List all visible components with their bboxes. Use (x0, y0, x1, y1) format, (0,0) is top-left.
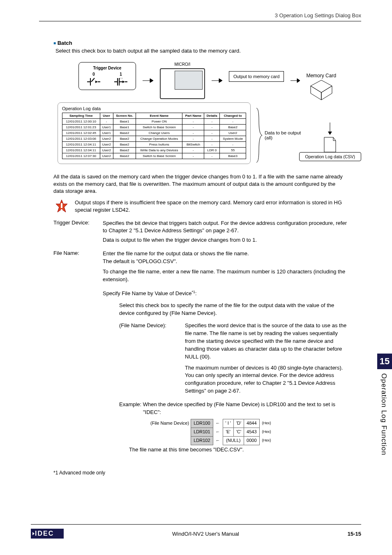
trigger-device-title: Trigger Device (86, 66, 128, 70)
table-header: Sampling Time (62, 113, 100, 119)
data-output-label: Data to be output (all) (265, 130, 302, 140)
trigger-device-box: Trigger Device 0 1 ↓↓↓ (78, 62, 136, 90)
example-heading: Example: When the device specified by (F… (127, 401, 347, 416)
svg-marker-3 (95, 81, 98, 83)
output-to-card-box: Output to memory card (229, 71, 284, 82)
svg-rect-19 (61, 209, 62, 211)
file-name-desc2: The default is "OPLOGO.CSV". (103, 258, 347, 266)
table-row: 12/01/2011 12:01:23User1Base1Switch to B… (62, 125, 246, 130)
table-header: Part Name (182, 113, 204, 119)
footer-title: WindO/I-NV2 User's Manual (172, 531, 239, 537)
trigger-device-desc1: Specifies the bit device that triggers b… (103, 220, 347, 235)
batch-intro: Select this check box to batch output al… (55, 48, 361, 54)
trigger-one: 1 (113, 72, 128, 76)
arrow-down-icon (327, 122, 333, 136)
specify-by-device-head: Specify File Name by Value of Device (103, 290, 192, 296)
svg-rect-18 (61, 203, 62, 208)
csv-box: Operation Log data (CSV) (299, 152, 361, 161)
batch-heading-text: Batch (58, 40, 72, 46)
side-tab: 15 Operation Log Function (377, 354, 392, 460)
microi-label: MICRO/I (160, 62, 205, 67)
svg-text:↓↓↓: ↓↓↓ (119, 77, 123, 79)
table-header: Changed to (220, 113, 246, 119)
table-row: 12/01/2011 12:03:06User2Base2Change Oper… (62, 136, 246, 142)
microi-device-icon (160, 68, 205, 99)
table-header: User (100, 113, 113, 119)
table-row: 12/01/2011 12:00:10-Base1Power ON--- (62, 119, 246, 125)
file-name-desc1: Enter the file name for the output data … (103, 250, 347, 258)
table-row: 12/01/2011 12:07:30User2Base2Switch to B… (62, 153, 246, 159)
page-number: 15-15 (348, 531, 361, 537)
file-name-device-body2: The maximum number of devices is 40 (80 … (185, 364, 347, 395)
table-row: 12/01/2011 12:04:11User2Base2Write Data … (62, 148, 246, 153)
brace-icon (255, 106, 263, 164)
table-header: Screen No. (113, 113, 136, 119)
side-chapter-text: Operation Log Function (377, 369, 390, 460)
arrow-icon (142, 62, 154, 99)
page-header: 3 Operation Log Settings Dialog Box (39, 12, 361, 21)
memory-card-label: Memory Card (306, 73, 336, 79)
note-text: Output stops if there is insufficient fr… (75, 199, 347, 214)
diagram: Trigger Device 0 1 ↓↓↓ MICRO/I (39, 62, 361, 164)
trigger-device-desc2: Data is output to file when the trigger … (103, 236, 347, 244)
svg-marker-16 (328, 132, 332, 135)
svg-marker-12 (311, 80, 332, 92)
specify-by-device-body: Select this check box to specify the nam… (119, 302, 347, 317)
trigger-device-label: Trigger Device: (53, 220, 103, 245)
table-row: (File Name Device)LDR100←' I ''D'4844(He… (148, 419, 274, 428)
table-header: Event Name (136, 113, 182, 119)
warning-icon (53, 199, 70, 215)
document-icon (322, 136, 338, 154)
log-title: Operation Log data (62, 106, 246, 111)
log-table: Sampling TimeUserScreen No.Event NamePar… (62, 113, 246, 159)
hex-table: (File Name Device)LDR100←' I ''D'4844(He… (148, 419, 274, 445)
paragraph: All the data is saved on the memory card… (53, 173, 347, 195)
svg-marker-9 (122, 81, 125, 83)
table-header: Details (204, 113, 220, 119)
svg-marker-13 (311, 86, 321, 100)
file-name-label: File Name: (53, 250, 103, 453)
svg-marker-14 (321, 86, 332, 100)
svg-line-2 (91, 78, 95, 82)
table-row: LDR101←'E''C'4543(Hex) (148, 428, 274, 436)
footnote-ref: *1 (192, 290, 196, 294)
trigger-zero: 0 (86, 72, 101, 76)
arrow-icon (211, 62, 223, 99)
switch-closed-icon: ↓↓↓ (113, 76, 128, 87)
memory-card-icon (308, 79, 334, 103)
table-row: 12/01/2011 12:04:11User2Base2Press butto… (62, 142, 246, 148)
arrow-icon (290, 62, 300, 99)
file-name-device-label: (File Name Device): (119, 322, 185, 395)
colon: : (195, 290, 197, 296)
file-name-device-body1: Specifies the word device that is the so… (185, 322, 347, 361)
idec-logo: IDEC (31, 529, 64, 539)
table-row: LDR102←(NULL)0000(Hex) (148, 436, 274, 445)
side-chapter-num: 15 (377, 354, 392, 369)
footnote: *1 Advanced mode only (53, 470, 361, 476)
table-row: 12/01/2011 12:02:45User1Base2Change User… (62, 130, 246, 136)
batch-heading: ■ Batch (53, 40, 361, 46)
example-foot: The file name at this time becomes "IDEC… (129, 446, 347, 454)
operation-log-panel: Operation Log data Sampling TimeUserScre… (58, 102, 251, 164)
switch-open-icon (86, 76, 101, 87)
file-name-desc3: To change the file name, enter a new fil… (103, 268, 347, 284)
